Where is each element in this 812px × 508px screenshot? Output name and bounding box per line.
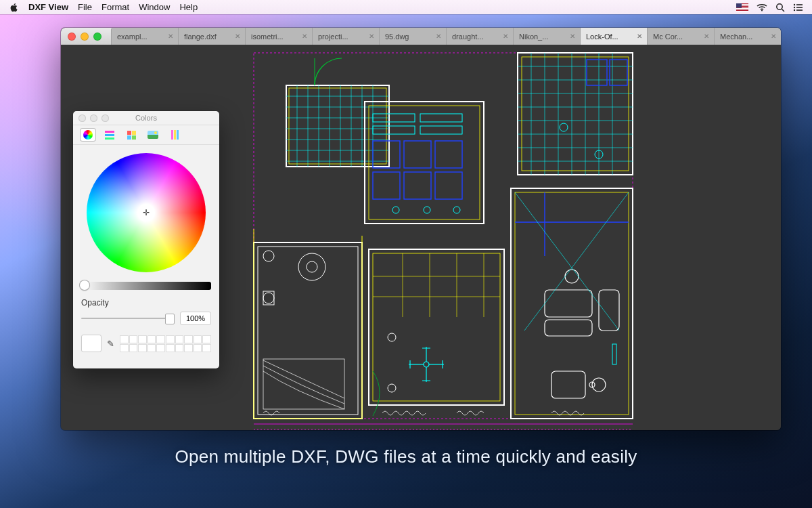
- svg-rect-45: [420, 114, 462, 122]
- menu-window[interactable]: Window: [139, 2, 170, 12]
- marketing-caption: Open multiple DXF, DWG files at a time q…: [0, 446, 812, 467]
- document-tab[interactable]: 95.dwg✕: [379, 28, 446, 45]
- opacity-value-field[interactable]: 100%: [180, 312, 211, 325]
- svg-point-54: [392, 207, 399, 213]
- svg-rect-93: [511, 188, 633, 419]
- panel-minimize-button[interactable]: [90, 114, 97, 122]
- tab-close-icon[interactable]: ✕: [702, 33, 710, 40]
- svg-point-11: [794, 3, 795, 5]
- svg-point-21: [263, 251, 274, 261]
- color-sliders-mode-button[interactable]: [102, 128, 118, 142]
- svg-rect-23: [263, 291, 274, 305]
- svg-rect-42: [365, 102, 484, 224]
- tab-close-icon[interactable]: ✕: [434, 33, 443, 40]
- svg-rect-16: [796, 9, 803, 11]
- color-mode-toolbar: [73, 125, 219, 145]
- tab-close-icon[interactable]: ✕: [635, 33, 644, 40]
- colors-panel-title[interactable]: Colors: [73, 111, 219, 125]
- document-tab[interactable]: Nikon_...✕: [513, 28, 580, 45]
- svg-rect-5: [736, 9, 748, 10]
- current-color-swatch[interactable]: [81, 335, 102, 352]
- tab-close-icon[interactable]: ✕: [300, 33, 309, 40]
- tab-close-icon[interactable]: ✕: [233, 33, 242, 40]
- colors-panel[interactable]: Colors ✛ Opacity 100% ✎: [73, 111, 219, 368]
- document-tab[interactable]: isometri...✕: [245, 28, 312, 45]
- svg-rect-52: [404, 172, 431, 199]
- tab-close-icon[interactable]: ✕: [769, 33, 777, 40]
- svg-rect-14: [796, 7, 803, 8]
- menu-list-icon[interactable]: [793, 3, 803, 12]
- document-tab[interactable]: flange.dxf✕: [178, 28, 245, 45]
- menu-help[interactable]: Help: [179, 2, 198, 12]
- swatch-wells[interactable]: [120, 335, 211, 352]
- window-minimize-button[interactable]: [81, 33, 89, 41]
- tab-label: draught...: [452, 33, 483, 41]
- svg-rect-12: [796, 4, 803, 5]
- flag-icon[interactable]: [736, 3, 748, 12]
- svg-rect-19: [258, 247, 358, 415]
- menu-format[interactable]: Format: [102, 2, 129, 12]
- document-tab[interactable]: Lock-Of...✕: [580, 28, 647, 45]
- svg-point-71: [388, 333, 396, 341]
- svg-point-9: [777, 3, 782, 9]
- document-tab[interactable]: projecti...✕: [312, 28, 379, 45]
- svg-rect-96: [545, 320, 592, 336]
- svg-rect-6: [736, 11, 748, 12]
- document-tab[interactable]: exampl...✕: [111, 28, 178, 45]
- svg-rect-94: [515, 192, 629, 415]
- document-tab[interactable]: Mechan...✕: [714, 28, 781, 45]
- svg-point-15: [794, 9, 795, 10]
- svg-rect-50: [435, 141, 462, 168]
- wifi-icon[interactable]: [757, 3, 767, 12]
- tab-close-icon[interactable]: ✕: [568, 33, 577, 40]
- pencils-mode-button[interactable]: [166, 128, 183, 142]
- document-tab[interactable]: Mc Cor...✕: [647, 28, 714, 45]
- svg-point-8: [761, 9, 763, 11]
- tab-label: Lock-Of...: [586, 33, 618, 41]
- color-palettes-mode-button[interactable]: [123, 128, 139, 142]
- svg-point-91: [560, 123, 568, 131]
- app-name[interactable]: DXF View: [28, 2, 68, 12]
- svg-rect-72: [518, 53, 633, 175]
- color-wheel[interactable]: ✛: [87, 153, 206, 272]
- svg-rect-106: [612, 344, 616, 364]
- panel-title-label: Colors: [135, 114, 157, 122]
- svg-point-56: [453, 207, 460, 213]
- titlebar[interactable]: exampl...✕flange.dxf✕isometri...✕project…: [61, 28, 781, 45]
- svg-rect-17: [254, 53, 633, 419]
- window-zoom-button[interactable]: [93, 33, 102, 41]
- document-tab[interactable]: draught...✕: [446, 28, 513, 45]
- color-wheel-cursor-icon[interactable]: ✛: [141, 208, 151, 217]
- tab-close-icon[interactable]: ✕: [501, 33, 510, 40]
- tab-close-icon[interactable]: ✕: [166, 33, 175, 40]
- tab-label: Nikon_...: [519, 33, 548, 41]
- window-close-button[interactable]: [68, 33, 76, 41]
- color-wheel-mode-button[interactable]: [80, 128, 96, 142]
- panel-zoom-button[interactable]: [102, 114, 109, 122]
- svg-point-100: [592, 378, 606, 391]
- svg-rect-99: [551, 371, 585, 398]
- eyedropper-icon[interactable]: ✎: [107, 339, 114, 349]
- svg-rect-7: [736, 3, 742, 8]
- apple-menu-icon[interactable]: [9, 3, 19, 12]
- desktop: DXF View File Format Window Help exampl.…: [0, 0, 812, 508]
- svg-rect-89: [587, 60, 607, 85]
- tab-close-icon[interactable]: ✕: [367, 33, 376, 40]
- svg-point-70: [388, 384, 396, 392]
- svg-rect-51: [373, 172, 400, 199]
- opacity-slider[interactable]: [81, 318, 175, 319]
- svg-rect-4: [736, 8, 748, 9]
- svg-rect-47: [420, 126, 462, 134]
- opacity-slider-thumb[interactable]: [165, 314, 175, 324]
- brightness-slider[interactable]: [81, 282, 211, 290]
- panel-close-button[interactable]: [78, 114, 86, 122]
- svg-line-104: [515, 192, 619, 331]
- menubar: DXF View File Format Window Help: [0, 0, 812, 14]
- brightness-slider-thumb[interactable]: [80, 280, 89, 290]
- spotlight-icon[interactable]: [775, 3, 785, 12]
- tab-label: Mechan...: [720, 33, 752, 41]
- menu-file[interactable]: File: [78, 2, 92, 12]
- svg-line-10: [782, 9, 785, 12]
- svg-point-110: [307, 261, 317, 272]
- image-palettes-mode-button[interactable]: [145, 128, 161, 142]
